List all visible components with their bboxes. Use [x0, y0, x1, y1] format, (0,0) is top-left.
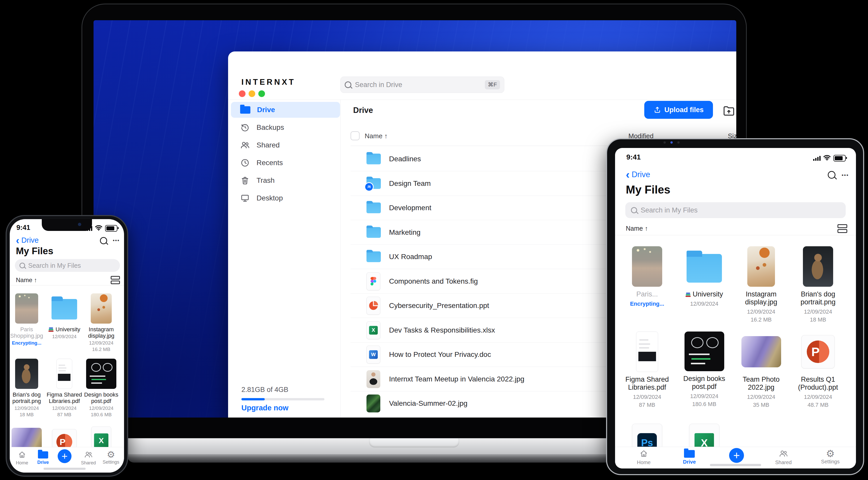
nav-home[interactable]: Home [633, 449, 654, 466]
grid-item[interactable]: Paris... Encrypting... [621, 246, 673, 308]
encrypting-status: Encrypting... [621, 300, 673, 308]
folder-icon [367, 153, 381, 164]
nav-shared[interactable]: Shared [772, 449, 795, 466]
nav-shared[interactable]: Shared [77, 450, 100, 466]
more-options-icon[interactable] [842, 172, 849, 178]
tablet-screen: 9:41 Drive .tablet .i-search::after{heig… [615, 148, 856, 469]
encrypting-status: Encrypting... [10, 340, 44, 346]
nav-drive[interactable]: Drive [33, 450, 53, 465]
search-icon[interactable]: .phone .i-search::after{height:11px;righ… [100, 237, 107, 244]
back-to-drive-button[interactable]: Drive [16, 236, 39, 244]
status-icons [813, 155, 846, 162]
add-button[interactable] [729, 448, 744, 463]
grid-item[interactable]: University 12/09/2024 [46, 294, 82, 340]
folder-icon [367, 251, 381, 262]
minimize-window-button[interactable] [249, 90, 255, 97]
chevron-left-icon [16, 237, 19, 244]
sidebar-item-label: Recents [256, 159, 283, 167]
grid-item[interactable]: Paris Shopping.jpg Encrypting... [10, 294, 44, 346]
grid-item[interactable]: Instagram display.jpg 12/09/2024 16.2 MB [83, 294, 119, 352]
sidebar-item-label: Shared [256, 141, 280, 149]
sidebar-item-trash[interactable]: Trash [231, 173, 340, 188]
grid-item[interactable]: Figma Shared Libraries.pdf 12/09/2024 87… [46, 359, 82, 418]
grid-item[interactable]: Brian's dog portrait.png 12/09/2024 18 M… [10, 359, 44, 418]
pdf-thumbnail [86, 359, 116, 389]
search-icon [20, 263, 25, 268]
grid-item[interactable]: Team Photo 2022.jpg 12/09/2024 35 MB [736, 332, 787, 409]
search-icon: .searchbar .i-search::after{height:11px;… [345, 81, 351, 88]
search-shortcut-badge: ⌘F [485, 80, 500, 89]
phone-camera [78, 223, 81, 226]
folder-icon [367, 227, 381, 238]
phone-device: 9:41 Drive .phone .i-search::after{heigh… [6, 215, 128, 477]
history-icon [240, 123, 250, 132]
gear-icon [819, 448, 842, 459]
nav-home[interactable]: Home [12, 450, 32, 466]
upload-folder-button[interactable] [722, 104, 736, 117]
folder-icon [684, 450, 695, 458]
grid-item[interactable]: University 12/09/2024 [679, 246, 730, 308]
select-all-checkbox[interactable] [350, 131, 360, 140]
sort-arrow: ↑ [384, 132, 388, 140]
sort-by-name[interactable]: Name ↑ [16, 276, 37, 284]
search-input[interactable]: Search in My Files [15, 259, 120, 272]
battery-icon [833, 155, 846, 162]
people-icon [240, 140, 250, 150]
sidebar-item-drive[interactable]: Drive [231, 102, 340, 118]
storage-progressbar [241, 398, 324, 400]
grid-item[interactable]: Figma Shared Libraries.pdf 12/09/2024 87… [621, 332, 673, 409]
nav-label: Settings [819, 459, 842, 465]
grid-item[interactable]: Design books post.pdf 12/09/2024 180.6 M… [83, 359, 119, 418]
powerpoint-file-icon [367, 297, 380, 315]
sidebar-item-desktop[interactable]: Desktop [231, 190, 340, 206]
desktop-icon [240, 193, 250, 203]
search-icon [631, 207, 637, 213]
grid-item[interactable]: Design books post.pdf 12/09/2024 180.6 M… [679, 332, 730, 408]
column-name[interactable]: Name ↑ [365, 132, 388, 140]
close-window-button[interactable] [239, 90, 246, 97]
home-indicator [43, 468, 86, 470]
topbar-divider [228, 100, 736, 100]
window-controls [239, 90, 265, 97]
shared-badge-icon [365, 182, 374, 192]
grid-item[interactable]: P Results Q1 (Product).ppt 12/09/2024 48… [793, 332, 844, 409]
folder-icon [687, 254, 722, 283]
search-placeholder: Search in Drive [355, 81, 481, 89]
more-options-icon[interactable] [113, 238, 120, 243]
folder-upload-icon [722, 104, 736, 117]
sort-by-name[interactable]: Name ↑ [626, 225, 648, 232]
tablet-device: 9:41 Drive .tablet .i-search::after{heig… [606, 138, 864, 475]
search-icon[interactable]: .tablet .i-search::after{height:12px;rig… [828, 171, 835, 179]
sidebar-item-backups[interactable]: Backups [231, 119, 340, 135]
search-placeholder: Search in My Files [641, 206, 698, 214]
upgrade-link[interactable]: Upgrade now [241, 404, 288, 412]
photo-thumbnail [15, 359, 38, 389]
upload-files-button[interactable]: Upload files [644, 101, 713, 119]
sidebar-item-shared[interactable]: Shared [231, 137, 340, 153]
sidebar-item-recents[interactable]: Recents [231, 155, 340, 171]
search-input[interactable]: Search in My Files [625, 202, 846, 218]
photo-thumbnail [747, 246, 775, 287]
storage-progress-fill [241, 398, 265, 400]
photo-thumbnail [741, 336, 781, 367]
list-view-icon[interactable] [837, 224, 847, 233]
list-view-icon[interactable] [111, 276, 120, 284]
add-button[interactable] [58, 449, 71, 463]
search-input[interactable]: .searchbar .i-search::after{height:11px;… [340, 76, 504, 93]
nav-settings[interactable]: Settings [100, 450, 122, 465]
sort-arrow: ↑ [645, 225, 648, 232]
home-indicator [710, 464, 761, 466]
books-icon [685, 293, 691, 297]
grid-item[interactable]: Brian's dog portrait.png 12/09/2024 18 M… [793, 246, 844, 323]
nav-label: Shared [77, 460, 100, 466]
tablet-camera [663, 141, 680, 144]
chevron-left-icon [626, 171, 630, 178]
grid-item[interactable]: Instagram display.jpg 12/09/2024 16.2 MB [736, 246, 787, 323]
back-to-drive-button[interactable]: Drive [626, 170, 650, 179]
nav-drive[interactable]: Drive [679, 449, 700, 465]
sidebar-item-label: Backups [256, 124, 284, 132]
nav-settings[interactable]: Settings [819, 448, 842, 465]
zoom-window-button[interactable] [258, 90, 265, 97]
nav-label: Home [633, 459, 654, 466]
phone-notch [42, 219, 92, 231]
